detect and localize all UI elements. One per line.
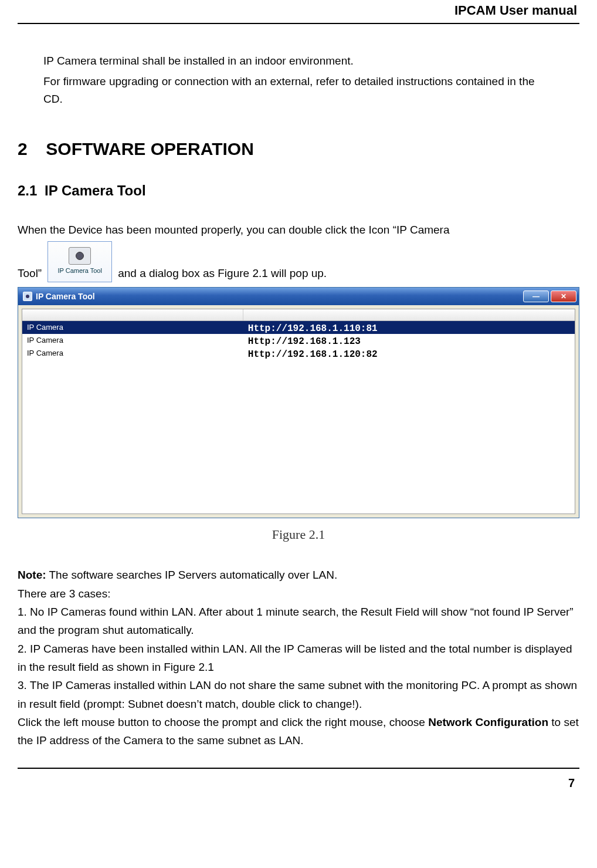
figure-caption: Figure 2.1 — [18, 524, 579, 545]
cases-intro: There are 3 cases: — [18, 585, 579, 603]
list-header — [22, 309, 575, 321]
camera-url: Http://192.168.1.110:81 — [243, 321, 575, 334]
note-line: Note: The software searches IP Servers a… — [18, 566, 579, 584]
subsection-number: 2.1 — [18, 180, 37, 202]
app-icon — [23, 292, 32, 301]
after-pre: Click the left mouse button to choose th… — [18, 716, 428, 728]
camera-name: IP Camera — [22, 347, 243, 360]
camera-list-row[interactable]: IP CameraHttp://192.168.1.110:81 — [22, 321, 575, 334]
section-number: 2 — [18, 135, 41, 163]
network-configuration-bold: Network Configuration — [428, 716, 548, 728]
page-header-title: IPCAM User manual — [18, 0, 579, 23]
sentence-post: and a dialog box as Figure 2.1 will pop … — [118, 265, 327, 282]
intro-paragraph-2: For firmware upgrading or connection wit… — [43, 73, 556, 109]
camera-list-row[interactable]: IP CameraHttp://192.168.1.120:82 — [22, 347, 575, 360]
section-title: SOFTWARE OPERATION — [46, 139, 253, 158]
camera-name: IP Camera — [22, 334, 243, 347]
page-number: 7 — [18, 768, 579, 792]
list-header-col-name — [22, 309, 243, 320]
minimize-button[interactable]: — — [523, 291, 549, 302]
list-header-col-url — [243, 309, 575, 320]
window-client-area: IP CameraHttp://192.168.1.110:81IP Camer… — [18, 305, 579, 518]
intro-paragraph-1: IP Camera terminal shall be installed in… — [43, 52, 556, 70]
camera-name: IP Camera — [22, 321, 243, 334]
tool-word: Tool” — [18, 265, 42, 282]
subsection-heading: 2.1 IP Camera Tool — [18, 180, 579, 202]
window-title: IP Camera Tool — [36, 290, 95, 303]
header-rule — [18, 23, 579, 24]
window-buttons: — ✕ — [523, 291, 576, 302]
icon-sentence-row: Tool” IP Camera Tool and a dialog box as… — [18, 241, 579, 282]
section-heading: 2 SOFTWARE OPERATION — [18, 135, 579, 163]
desktop-icon-label: IP Camera Tool — [57, 266, 101, 276]
camera-url: Http://192.168.1.120:82 — [243, 347, 575, 360]
camera-list[interactable]: IP CameraHttp://192.168.1.110:81IP Camer… — [22, 309, 575, 514]
camera-url: Http://192.168.1.123 — [243, 334, 575, 347]
window-titlebar[interactable]: IP Camera Tool — ✕ — [18, 288, 579, 305]
camera-list-row[interactable]: IP CameraHttp://192.168.1.123 — [22, 334, 575, 347]
camera-icon — [69, 247, 91, 265]
after-note: Click the left mouse button to choose th… — [18, 713, 579, 750]
case-1: 1. No IP Cameras found within LAN. After… — [18, 603, 579, 640]
note-text: The software searches IP Servers automat… — [46, 569, 338, 581]
subsection-title: IP Camera Tool — [45, 183, 146, 198]
case-2: 2. IP Cameras have been installed within… — [18, 640, 579, 677]
close-button[interactable]: ✕ — [551, 291, 576, 302]
sentence-line-1: When the Device has been mounted properl… — [18, 221, 579, 239]
ip-camera-tool-desktop-icon[interactable]: IP Camera Tool — [48, 241, 112, 282]
note-label: Note: — [18, 569, 46, 581]
case-3: 3. The IP Cameras installed within LAN d… — [18, 676, 579, 713]
ip-camera-tool-window: IP Camera Tool — ✕ IP CameraHttp://192.1… — [18, 287, 579, 518]
